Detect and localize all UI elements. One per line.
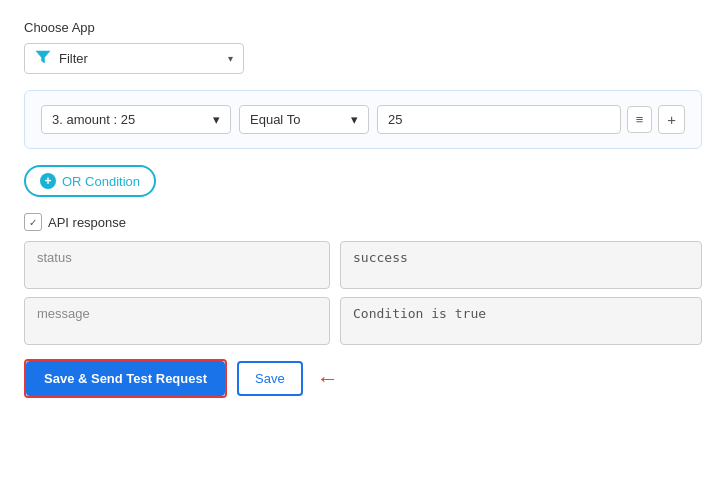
api-response-section: ✓ API response status success message Co… [24, 213, 702, 345]
save-send-wrapper: Save & Send Test Request [24, 359, 227, 398]
save-send-button[interactable]: Save & Send Test Request [26, 361, 225, 396]
operator-chevron-icon: ▾ [351, 112, 358, 127]
filter-select[interactable]: Filter ▾ [24, 43, 244, 74]
response-row-status: status success [24, 241, 702, 289]
response-value-message[interactable]: Condition is true [340, 297, 702, 345]
or-plus-icon: + [40, 173, 56, 189]
arrow-right-icon: ← [317, 366, 339, 392]
operator-select[interactable]: Equal To ▾ [239, 105, 369, 134]
operator-label: Equal To [250, 112, 300, 127]
field-select[interactable]: 3. amount : 25 ▾ [41, 105, 231, 134]
or-condition-button[interactable]: + OR Condition [24, 165, 156, 197]
response-key-message: message [24, 297, 330, 345]
filter-icon [35, 50, 51, 67]
api-response-label: API response [48, 215, 126, 230]
menu-lines-button[interactable]: ≡ [627, 106, 653, 133]
field-chevron-icon: ▾ [213, 112, 220, 127]
field-select-label: 3. amount : 25 [52, 112, 135, 127]
response-row-message: message Condition is true [24, 297, 702, 345]
response-key-status: status [24, 241, 330, 289]
condition-box: 3. amount : 25 ▾ Equal To ▾ ≡ + [24, 90, 702, 149]
save-button[interactable]: Save [237, 361, 303, 396]
choose-app-label: Choose App [24, 20, 702, 35]
or-condition-label: OR Condition [62, 174, 140, 189]
bottom-row: Save & Send Test Request Save ← [24, 359, 702, 398]
add-condition-button[interactable]: + [658, 105, 685, 134]
value-input[interactable] [377, 105, 621, 134]
response-value-status[interactable]: success [340, 241, 702, 289]
chevron-down-icon: ▾ [228, 53, 233, 64]
api-response-toggle[interactable]: ✓ [24, 213, 42, 231]
filter-label: Filter [59, 51, 88, 66]
